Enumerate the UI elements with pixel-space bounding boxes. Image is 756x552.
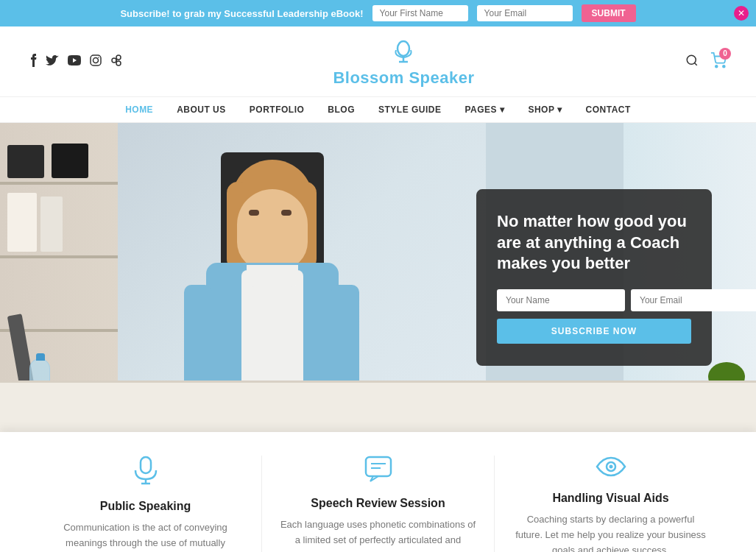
microphone-icon — [133, 456, 159, 491]
nav-item-about[interactable]: ABOUT US — [177, 105, 226, 115]
svg-line-11 — [694, 63, 696, 65]
svg-rect-0 — [91, 55, 101, 66]
feature-visual-aids: Handling Visual Aids Coaching starts by … — [495, 456, 727, 552]
hero-form: SUBSCRIBE NOW — [497, 289, 691, 344]
eye-icon — [596, 456, 626, 483]
feature-1-desc: Communication is the act of conveying me… — [47, 520, 244, 552]
shelf-box-1 — [7, 145, 44, 178]
hero-email-input[interactable] — [631, 289, 756, 311]
twitter-icon[interactable] — [46, 55, 59, 68]
nav-item-shop[interactable]: SHOP ▾ — [528, 105, 562, 115]
hero-name-input[interactable] — [497, 289, 625, 311]
feature-1-title: Public Speaking — [100, 500, 191, 513]
person-collar — [247, 265, 298, 287]
banner-close-button[interactable]: ✕ — [734, 6, 749, 21]
person-eye-left — [249, 210, 259, 216]
banner-text: Subscribe! to grab my Successful Leaders… — [120, 8, 363, 19]
hero-section: No matter how good you are at anything a… — [0, 123, 756, 432]
features-section: Public Speaking Communication is the act… — [0, 432, 756, 552]
feature-2-desc: Each language uses phonetic combinations… — [280, 517, 476, 552]
svg-point-1 — [93, 58, 99, 63]
feature-3-desc: Coaching starts by declaring a powerful … — [512, 512, 709, 552]
svg-rect-14 — [141, 457, 151, 473]
person-face — [237, 189, 308, 270]
shelf-box-2 — [52, 144, 88, 178]
svg-point-21 — [609, 465, 612, 469]
svg-point-4 — [116, 55, 121, 60]
feature-speech-review: Speech Review Session Each language uses… — [262, 456, 495, 552]
cart-button[interactable]: 0 — [710, 52, 727, 71]
banner-submit-button[interactable]: SUBMIT — [582, 4, 636, 22]
banner-email-input[interactable] — [477, 5, 573, 21]
svg-point-12 — [716, 65, 718, 67]
svg-rect-17 — [366, 457, 391, 476]
svg-point-13 — [723, 65, 725, 67]
logo[interactable]: Blossom Speaker — [333, 35, 474, 88]
nav-item-styleguide[interactable]: STYLE GUIDE — [378, 105, 442, 115]
social5-icon[interactable] — [110, 54, 122, 68]
social-icons-group — [29, 54, 122, 69]
banner-firstname-input[interactable] — [372, 5, 468, 21]
instagram-icon[interactable] — [90, 54, 102, 68]
nav-item-portfolio[interactable]: PORTFOLIO — [250, 105, 305, 115]
feature-2-title: Speech Review Session — [311, 497, 445, 510]
nav-item-home[interactable]: HOME — [125, 105, 153, 115]
logo-text: Blossom Speaker — [333, 68, 474, 88]
bottle-cap — [36, 353, 45, 361]
search-icon[interactable] — [685, 54, 699, 70]
youtube-icon[interactable] — [68, 55, 81, 68]
hero-title: No matter how good you are at anything a… — [497, 211, 691, 275]
svg-point-3 — [112, 58, 116, 63]
svg-point-7 — [398, 41, 409, 56]
svg-point-2 — [98, 57, 99, 58]
person-eye-right — [281, 210, 292, 216]
main-nav: HOME ABOUT US PORTFOLIO BLOG STYLE GUIDE… — [0, 97, 756, 123]
hero-cta-box: No matter how good you are at anything a… — [476, 189, 712, 366]
header-actions: 0 — [685, 52, 727, 71]
feature-3-title: Handling Visual Aids — [552, 492, 668, 505]
nav-item-contact[interactable]: CONTACT — [586, 105, 631, 115]
nav-item-pages[interactable]: PAGES ▾ — [464, 105, 504, 115]
shelf-box-4 — [40, 197, 63, 252]
svg-point-5 — [116, 61, 121, 66]
shelf-box-3 — [7, 193, 37, 252]
message-icon — [364, 456, 392, 488]
hero-form-row — [497, 289, 691, 311]
top-banner: Subscribe! to grab my Successful Leaders… — [0, 0, 756, 26]
header: Blossom Speaker 0 — [0, 26, 756, 97]
logo-icon — [389, 35, 418, 68]
facebook-icon[interactable] — [29, 54, 37, 69]
svg-point-10 — [687, 55, 696, 64]
cart-badge: 0 — [719, 48, 731, 60]
hero-subscribe-button[interactable]: SUBSCRIBE NOW — [497, 319, 691, 344]
feature-public-speaking: Public Speaking Communication is the act… — [29, 456, 262, 552]
nav-item-blog[interactable]: BLOG — [328, 105, 355, 115]
desk-surface — [0, 381, 756, 432]
